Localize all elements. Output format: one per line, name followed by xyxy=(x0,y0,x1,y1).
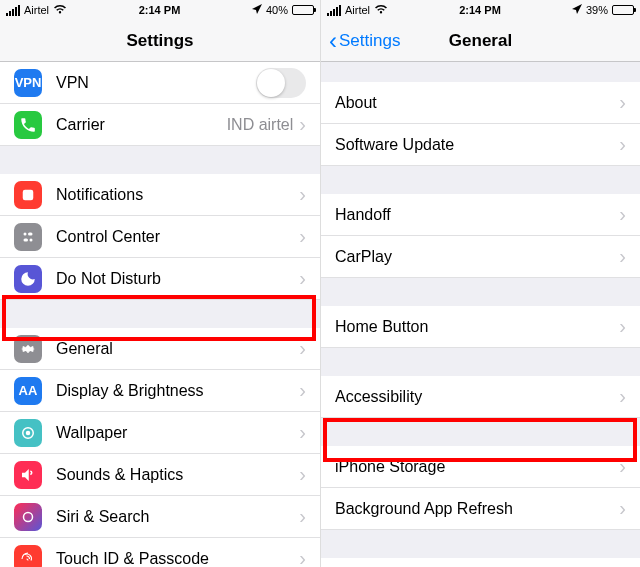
row-vpn[interactable]: VPN VPN xyxy=(0,62,320,104)
display-icon: AA xyxy=(14,377,42,405)
row-label: Control Center xyxy=(56,228,299,246)
row-general[interactable]: General › xyxy=(0,328,320,370)
time-label: 2:14 PM xyxy=(459,4,501,16)
svg-rect-0 xyxy=(23,189,34,200)
back-button[interactable]: ‹ Settings xyxy=(329,29,400,53)
wallpaper-icon xyxy=(14,419,42,447)
signal-icon xyxy=(6,5,20,16)
battery-pct-label: 39% xyxy=(586,4,608,16)
row-label: Do Not Disturb xyxy=(56,270,299,288)
gear-icon xyxy=(14,335,42,363)
moon-icon xyxy=(14,265,42,293)
row-label: General xyxy=(56,340,299,358)
chevron-right-icon: › xyxy=(299,547,306,567)
chevron-right-icon: › xyxy=(299,379,306,402)
fingerprint-icon xyxy=(14,545,42,568)
row-label: Accessibility xyxy=(335,388,619,406)
row-label: Background App Refresh xyxy=(335,500,619,518)
row-label: Software Update xyxy=(335,136,619,154)
notifications-icon xyxy=(14,181,42,209)
row-label: CarPlay xyxy=(335,248,619,266)
signal-icon xyxy=(327,5,341,16)
row-handoff[interactable]: Handoff › xyxy=(321,194,640,236)
chevron-right-icon: › xyxy=(299,183,306,206)
row-carplay[interactable]: CarPlay › xyxy=(321,236,640,278)
chevron-right-icon: › xyxy=(619,315,626,338)
row-control-center[interactable]: Control Center › xyxy=(0,216,320,258)
battery-icon xyxy=(292,5,314,15)
row-label: Handoff xyxy=(335,206,619,224)
wifi-icon xyxy=(53,3,67,17)
chevron-right-icon: › xyxy=(619,245,626,268)
row-accessibility[interactable]: Accessibility › xyxy=(321,376,640,418)
row-iphone-storage[interactable]: iPhone Storage › xyxy=(321,446,640,488)
row-background-app-refresh[interactable]: Background App Refresh › xyxy=(321,488,640,530)
chevron-right-icon: › xyxy=(299,463,306,486)
row-carrier[interactable]: Carrier IND airtel › xyxy=(0,104,320,146)
row-label: iPhone Storage xyxy=(335,458,619,476)
back-label: Settings xyxy=(339,31,400,51)
row-touchid[interactable]: Touch ID & Passcode › xyxy=(0,538,320,567)
chevron-right-icon: › xyxy=(299,505,306,528)
location-icon xyxy=(252,4,262,16)
battery-pct-label: 40% xyxy=(266,4,288,16)
row-label: Home Button xyxy=(335,318,619,336)
row-label: Touch ID & Passcode xyxy=(56,550,299,568)
control-center-icon xyxy=(14,223,42,251)
row-label: Carrier xyxy=(56,116,227,134)
row-label: Display & Brightness xyxy=(56,382,299,400)
page-title: General xyxy=(449,31,512,51)
chevron-right-icon: › xyxy=(299,113,306,136)
speaker-icon xyxy=(14,461,42,489)
row-label: Sounds & Haptics xyxy=(56,466,299,484)
row-detail: IND airtel xyxy=(227,116,294,134)
row-label: VPN xyxy=(56,74,256,92)
row-label: Wallpaper xyxy=(56,424,299,442)
svg-point-7 xyxy=(24,512,33,521)
row-label: Notifications xyxy=(56,186,299,204)
chevron-right-icon: › xyxy=(619,133,626,156)
wifi-icon xyxy=(374,3,388,17)
general-screen: Airtel 2:14 PM 39% ‹ Settings General Ab… xyxy=(320,0,640,567)
chevron-right-icon: › xyxy=(619,203,626,226)
siri-icon xyxy=(14,503,42,531)
vpn-icon: VPN xyxy=(14,69,42,97)
chevron-right-icon: › xyxy=(619,91,626,114)
row-home-button[interactable]: Home Button › xyxy=(321,306,640,348)
status-bar: Airtel 2:14 PM 40% xyxy=(0,0,320,20)
settings-screen: Airtel 2:14 PM 40% Settings VPN VPN Carr… xyxy=(0,0,320,567)
row-display[interactable]: AA Display & Brightness › xyxy=(0,370,320,412)
nav-bar: ‹ Settings General xyxy=(321,20,640,62)
battery-icon xyxy=(612,5,634,15)
chevron-right-icon: › xyxy=(299,337,306,360)
page-title: Settings xyxy=(126,31,193,51)
chevron-right-icon: › xyxy=(619,497,626,520)
svg-point-6 xyxy=(26,430,31,435)
row-dnd[interactable]: Do Not Disturb › xyxy=(0,258,320,300)
vpn-toggle[interactable] xyxy=(256,68,306,98)
phone-icon xyxy=(14,111,42,139)
time-label: 2:14 PM xyxy=(139,4,181,16)
row-sounds[interactable]: Sounds & Haptics › xyxy=(0,454,320,496)
nav-bar: Settings xyxy=(0,20,320,62)
chevron-right-icon: › xyxy=(619,385,626,408)
carrier-label: Airtel xyxy=(345,4,370,16)
row-software-update[interactable]: Software Update › xyxy=(321,124,640,166)
chevron-right-icon: › xyxy=(619,455,626,478)
svg-rect-3 xyxy=(24,238,29,241)
status-bar: Airtel 2:14 PM 39% xyxy=(321,0,640,20)
row-siri[interactable]: Siri & Search › xyxy=(0,496,320,538)
location-icon xyxy=(572,4,582,16)
chevron-left-icon: ‹ xyxy=(329,29,337,53)
svg-point-1 xyxy=(24,232,27,235)
row-about[interactable]: About › xyxy=(321,82,640,124)
chevron-right-icon: › xyxy=(299,267,306,290)
chevron-right-icon: › xyxy=(299,421,306,444)
svg-point-4 xyxy=(30,238,33,241)
row-notifications[interactable]: Notifications › xyxy=(0,174,320,216)
row-wallpaper[interactable]: Wallpaper › xyxy=(0,412,320,454)
row-label: Siri & Search xyxy=(56,508,299,526)
row-label: About xyxy=(335,94,619,112)
row-restrictions[interactable]: Restrictions On › xyxy=(321,558,640,567)
chevron-right-icon: › xyxy=(299,225,306,248)
